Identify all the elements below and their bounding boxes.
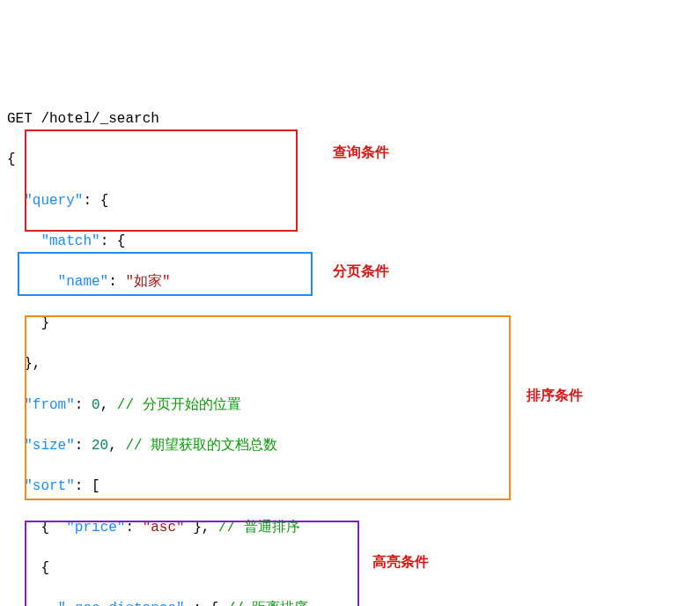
size-comment: // 期望获取的文档总数 [125,438,277,454]
geo-comment: // 距离排序 [227,601,309,606]
from-comment: // 分页开始的位置 [117,397,241,413]
match-key: "match" [41,233,99,249]
from-key: "from" [24,397,75,413]
brace-open: { [7,152,16,167]
label-sort: 排序条件 [527,385,583,405]
size-key: "size" [24,438,75,454]
label-highlight: 高亮条件 [372,551,429,572]
request-line: GET /hotel/_search [7,111,159,127]
price-key: "price" [66,520,125,536]
geo-key: "_geo_distance" [58,601,185,606]
label-query: 查询条件 [333,142,389,162]
label-page: 分页条件 [333,261,389,281]
code-block: GET /hotel/_search { "query": { "match":… [7,89,693,606]
sort-key: "sort" [24,478,75,494]
name-key: "name" [58,274,109,290]
from-value: 0 [92,397,100,413]
price-comment: // 普通排序 [218,520,300,536]
name-value: "如家" [125,274,170,290]
size-value: 20 [92,438,108,454]
price-value: "asc" [143,520,185,536]
query-key: "query" [24,193,83,209]
annotation-box-query [25,129,298,232]
